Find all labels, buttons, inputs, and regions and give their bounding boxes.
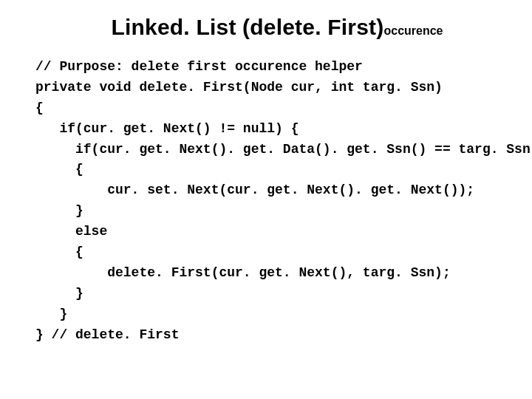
- code-line: }: [35, 307, 67, 321]
- code-line: }: [35, 203, 83, 218]
- slide-title: Linked. List (delete. First)occurence: [35, 13, 497, 41]
- code-line: }: [35, 286, 83, 301]
- code-line: else: [35, 224, 107, 239]
- slide: Linked. List (delete. First)occurence //…: [0, 0, 532, 399]
- code-line: } // delete. First: [35, 327, 179, 342]
- code-line: // Purpose: delete first occurence helpe…: [35, 59, 363, 74]
- code-block: // Purpose: delete first occurence helpe…: [35, 57, 497, 345]
- code-line: cur. set. Next(cur. get. Next(). get. Ne…: [35, 183, 474, 197]
- code-line: {: [35, 100, 44, 115]
- code-line: {: [35, 162, 83, 177]
- code-line: delete. First(cur. get. Next(), targ. Ss…: [35, 265, 451, 280]
- code-line: if(cur. get. Next(). get. Data(). get. S…: [35, 142, 532, 157]
- code-line: {: [35, 245, 83, 259]
- title-sub: occurence: [383, 24, 443, 37]
- code-line: if(cur. get. Next() != null) {: [35, 121, 299, 136]
- title-main: Linked. List (delete. First): [111, 15, 383, 39]
- code-line: private void delete. First(Node cur, int…: [35, 80, 443, 95]
